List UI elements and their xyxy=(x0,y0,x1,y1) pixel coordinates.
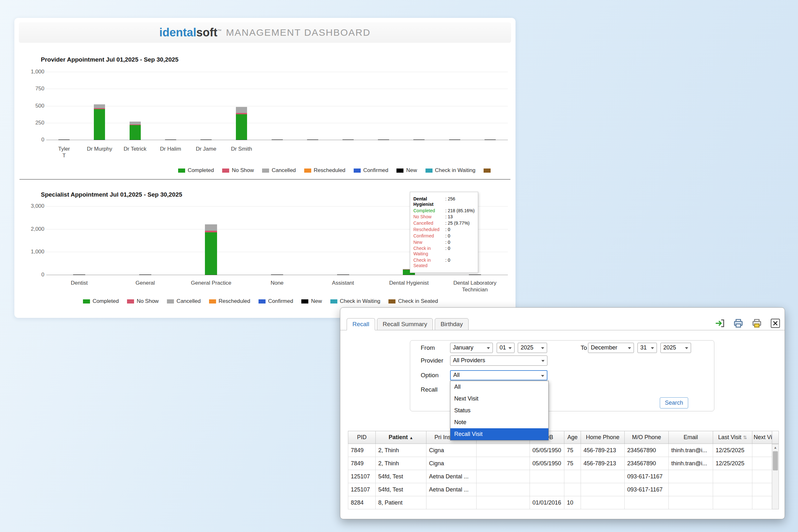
sort-icon: ⇅ xyxy=(743,435,747,440)
tooltip-rows: Completed: 218 (85.16%)No Show: 13Cancel… xyxy=(413,208,475,268)
legend-item[interactable]: Cancelled xyxy=(167,298,201,304)
table-scrollbar[interactable]: ▲ xyxy=(772,444,779,509)
from-month-select[interactable]: January xyxy=(450,343,493,353)
axis-tick xyxy=(271,274,283,275)
column-header[interactable]: Home Phone xyxy=(581,431,625,444)
provider-select[interactable]: All Providers xyxy=(450,356,547,366)
print-icon[interactable] xyxy=(732,317,744,329)
from-day-select[interactable]: 01 xyxy=(497,343,515,353)
to-label: To xyxy=(581,343,587,353)
legend-item[interactable]: Completed xyxy=(83,298,119,304)
legend-item[interactable]: No Show xyxy=(127,298,159,304)
table-cell xyxy=(713,483,752,496)
table-cell: thinh.tran@i... xyxy=(669,444,713,457)
legend-label: Rescheduled xyxy=(218,298,250,304)
dropdown-option[interactable]: All xyxy=(450,381,548,393)
option-label: Option xyxy=(421,370,439,380)
bar-segment[interactable] xyxy=(205,224,217,231)
column-header[interactable]: Last Visit⇅ xyxy=(713,431,752,444)
table-row[interactable]: 78492, ThinhCigna05/05/195075456-789-213… xyxy=(348,444,772,457)
dropdown-option[interactable]: Note xyxy=(450,416,548,428)
dropdown-option[interactable]: Next Visit xyxy=(450,393,548,405)
tooltip-value: : 0 xyxy=(445,258,450,268)
to-year-select[interactable]: 2025 xyxy=(661,343,691,353)
column-header[interactable]: M/O Phone xyxy=(625,431,669,444)
export-icon[interactable] xyxy=(714,317,726,329)
tooltip-label: Confirmed xyxy=(413,233,445,239)
legend-swatch-icon xyxy=(167,299,174,304)
table-cell: 8284 xyxy=(348,496,376,509)
bar-segment[interactable] xyxy=(205,231,217,232)
print-preview-icon[interactable] xyxy=(751,317,763,329)
x-axis-label: Dental Laboratory Technician xyxy=(442,280,508,293)
column-header[interactable]: PID xyxy=(348,431,376,444)
tooltip-row: New: 0 xyxy=(413,240,475,245)
table-cell xyxy=(752,444,772,457)
tab-recall[interactable]: Recall xyxy=(347,318,375,330)
table-row[interactable]: 82848, Patient01/01/201610 xyxy=(348,496,772,509)
table-cell: 2, Thinh xyxy=(376,444,426,457)
chevron-down-icon xyxy=(628,347,631,349)
column-header[interactable]: Next Visit xyxy=(752,431,772,444)
chevron-down-icon xyxy=(541,347,544,349)
legend-item[interactable]: New xyxy=(301,298,322,304)
tooltip-value: : 13 xyxy=(445,214,453,220)
chart-tooltip: Dental Hygienist : 256 Completed: 218 (8… xyxy=(410,192,478,273)
x-axis-label: General xyxy=(112,280,178,286)
table-cell xyxy=(752,496,772,509)
scroll-up-icon[interactable]: ▲ xyxy=(772,444,779,451)
legend-label: Check in Waiting xyxy=(340,298,380,304)
table-cell: 75 xyxy=(564,457,581,470)
table-cell xyxy=(625,496,669,509)
dropdown-option[interactable]: Recall Visit xyxy=(450,428,548,440)
search-button[interactable]: Search xyxy=(660,397,688,408)
tooltip-label: No Show xyxy=(413,214,445,220)
table-cell: 2, Thinh xyxy=(376,457,426,470)
tooltip-value: : 0 xyxy=(445,240,450,245)
scrollbar-thumb[interactable] xyxy=(773,451,778,470)
column-header[interactable]: Email xyxy=(669,431,713,444)
tooltip-row: Confirmed: 0 xyxy=(413,233,475,239)
column-header[interactable]: Patient▲ xyxy=(376,431,426,444)
y-axis-label: 2,000 xyxy=(19,226,44,232)
legend-label: New xyxy=(311,298,322,304)
column-label: Age xyxy=(567,434,577,440)
specialist-chart-legend: CompletedNo ShowCancelledRescheduledConf… xyxy=(83,298,446,304)
table-cell: 54fd, Test xyxy=(376,483,426,496)
table-cell: Aetna Dental ... xyxy=(426,483,477,496)
tab-birthday[interactable]: Birthday xyxy=(435,318,469,330)
tab-recall-summary[interactable]: Recall Summary xyxy=(377,318,433,330)
tooltip-title-value: : 256 xyxy=(445,196,455,207)
table-cell: 05/05/1950 xyxy=(530,444,564,457)
to-day-select[interactable]: 31 xyxy=(638,343,657,353)
from-year-select[interactable]: 2025 xyxy=(518,343,547,353)
tooltip-value: : 218 (85.16%) xyxy=(445,208,475,213)
to-month-select[interactable]: December xyxy=(588,343,634,353)
column-label: PID xyxy=(357,434,366,440)
close-icon[interactable] xyxy=(769,317,781,329)
dropdown-option[interactable]: Status xyxy=(450,405,548,416)
table-row[interactable]: 78492, ThinhCigna05/05/195075456-789-213… xyxy=(348,457,772,470)
legend-item[interactable]: Rescheduled xyxy=(209,298,250,304)
table-cell: 12/25/2025 xyxy=(713,457,752,470)
table-cell: 234567890 xyxy=(625,444,669,457)
dialog-toolbar xyxy=(714,317,781,329)
table-row[interactable]: 12510754fd, TestAetna Dental ...093-617-… xyxy=(348,470,772,483)
y-axis-label: 3,000 xyxy=(19,203,44,209)
column-header[interactable]: Age xyxy=(564,431,581,444)
tooltip-label: Completed xyxy=(413,208,445,213)
legend-item[interactable]: Check in Seated xyxy=(388,298,438,304)
bar-segment[interactable] xyxy=(205,232,217,275)
option-select[interactable]: All xyxy=(450,370,547,380)
column-label: Last Visit xyxy=(718,434,741,440)
desktop-background: identalsoft™ MANAGEMENT DASHBOARD Provid… xyxy=(0,0,798,532)
legend-item[interactable]: Check in Waiting xyxy=(330,298,380,304)
tooltip-row: No Show: 13 xyxy=(413,214,475,220)
legend-swatch-icon xyxy=(83,299,90,304)
tooltip-row: Check in Seated: 0 xyxy=(413,258,475,268)
legend-item[interactable]: Confirmed xyxy=(259,298,293,304)
table-row[interactable]: 12510754fd, TestAetna Dental ...093-617-… xyxy=(348,483,772,496)
column-label: Home Phone xyxy=(586,434,619,440)
legend-swatch-icon xyxy=(127,299,134,304)
table-cell: 7849 xyxy=(348,457,376,470)
